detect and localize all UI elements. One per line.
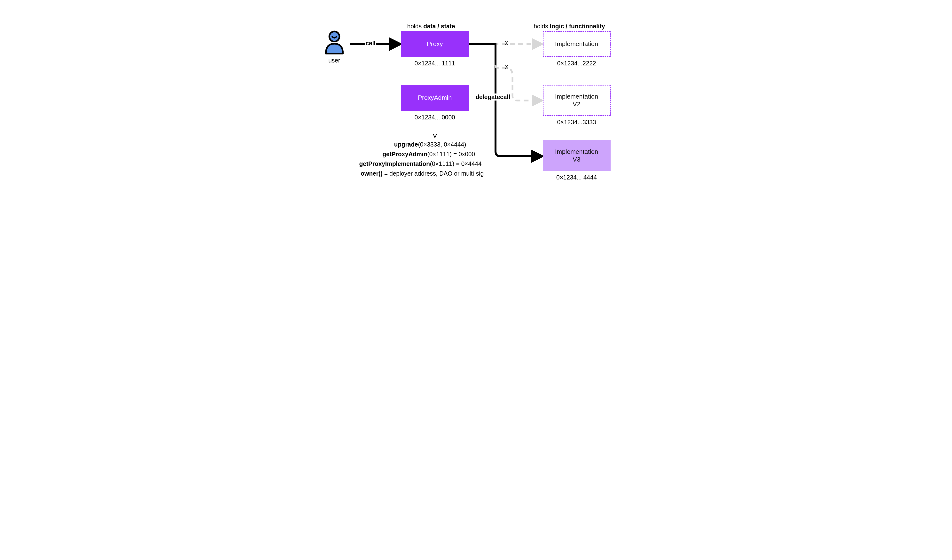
user-icon — [321, 29, 348, 56]
edge-x-2: X — [505, 63, 509, 71]
header-logic-functionality: holds logic / functionality — [534, 23, 605, 30]
box-impl-2: Implementation V2 — [543, 85, 610, 116]
box-proxy-label: Proxy — [427, 40, 443, 48]
fn-get-proxy-impl: getProxyImplementation(0×1111) = 0×4444 — [359, 160, 482, 167]
header-right-plain: holds — [534, 23, 550, 29]
box-impl-2-label1: Implementation — [555, 93, 598, 100]
box-proxy: Proxy — [401, 31, 469, 57]
fn-get-proxy-admin-args: (0×1111) = 0x000 — [427, 151, 475, 157]
user-label: user — [328, 57, 340, 64]
box-impl-3-label2: V3 — [555, 156, 598, 164]
fn-owner-name: owner() — [361, 170, 383, 177]
box-impl-3-label1: Implementation — [555, 148, 598, 156]
fn-owner-args: = deployer address, DAO or multi-sig — [383, 170, 484, 177]
fn-get-proxy-impl-name: getProxyImplementation — [359, 160, 430, 167]
box-impl-3: Implementation V3 — [543, 140, 610, 171]
box-impl-1: Implementation — [543, 31, 610, 57]
fn-get-proxy-impl-args: (0×1111) = 0×4444 — [430, 160, 481, 167]
svg-point-0 — [329, 31, 340, 42]
edge-label-call: call — [365, 40, 376, 47]
header-left-bold: data / state — [423, 23, 455, 29]
header-right-bold: logic / functionality — [550, 23, 605, 29]
fn-owner: owner() = deployer address, DAO or multi… — [361, 170, 484, 177]
addr-proxy-admin: 0×1234... 0000 — [414, 114, 455, 121]
fn-upgrade-name: upgrade — [394, 141, 418, 148]
addr-impl-1: 0×1234...2222 — [557, 60, 596, 67]
header-data-state: holds data / state — [407, 23, 455, 30]
box-proxy-admin-label: ProxyAdmin — [418, 94, 452, 102]
edge-x-1: X — [505, 40, 509, 47]
box-proxy-admin: ProxyAdmin — [401, 85, 469, 111]
fn-upgrade-args: (0×3333, 0×4444) — [418, 141, 466, 148]
box-impl-1-label: Implementation — [555, 40, 598, 48]
addr-impl-3: 0×1234... 4444 — [556, 174, 597, 181]
box-impl-2-label2: V2 — [555, 100, 598, 108]
addr-proxy: 0×1234... 1111 — [414, 60, 455, 67]
fn-get-proxy-admin: getProxyAdmin(0×1111) = 0x000 — [383, 151, 475, 158]
fn-upgrade: upgrade(0×3333, 0×4444) — [394, 141, 466, 148]
header-left-plain: holds — [407, 23, 423, 29]
edge-label-delegatecall: delegatecall — [475, 94, 511, 100]
diagram-canvas: user call holds data / state holds logic… — [294, 0, 658, 213]
addr-impl-2: 0×1234...3333 — [557, 119, 596, 126]
fn-get-proxy-admin-name: getProxyAdmin — [383, 151, 427, 157]
